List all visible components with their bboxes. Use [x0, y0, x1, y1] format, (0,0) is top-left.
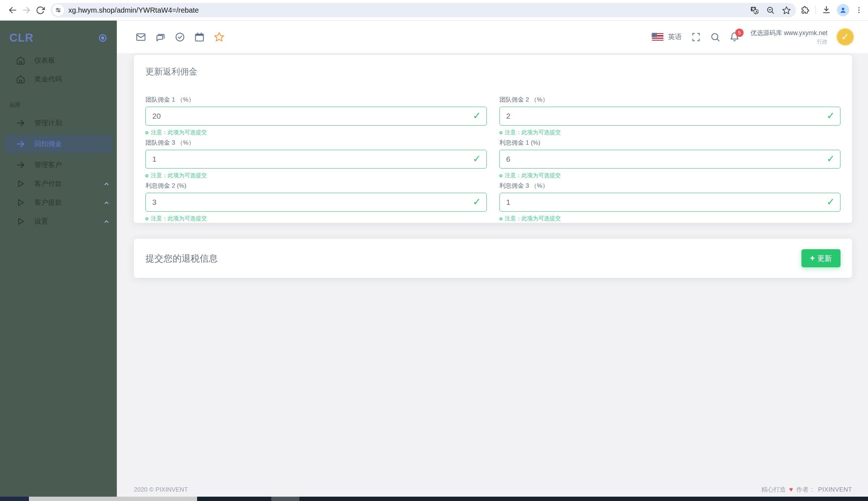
- field-label: 团队佣金 1 （%）: [145, 95, 487, 104]
- footer-copyright: 2020 © PIXINVENT: [134, 486, 188, 493]
- update-button[interactable]: + 更新: [801, 249, 841, 267]
- sidebar-item-label: 仪表板: [34, 56, 110, 65]
- valid-check-icon: ✓: [826, 196, 835, 208]
- address-bar[interactable]: xg.hwym.shop/admin/YWRtaW4=/rebate: [51, 3, 796, 17]
- browser-reload-button[interactable]: [33, 3, 47, 17]
- user-role: 行政: [750, 38, 827, 45]
- downloads-icon[interactable]: [822, 5, 831, 15]
- toolbar-divider: [816, 6, 816, 14]
- extensions-icon[interactable]: [800, 5, 810, 15]
- chat-icon[interactable]: [155, 32, 166, 42]
- note-bullet-icon: [145, 131, 148, 134]
- valid-check-icon: ✓: [826, 110, 835, 122]
- submit-card-title: 提交您的退税信息: [145, 252, 218, 264]
- language-label[interactable]: 英语: [668, 32, 682, 42]
- user-info[interactable]: 优选源码库 www.yxymk.net 行政: [750, 29, 827, 45]
- field-note: 注意：此项为可选提交: [145, 215, 487, 222]
- browser-back-button[interactable]: [6, 3, 20, 17]
- interest-commission-1-input[interactable]: [499, 150, 841, 169]
- app-logo: CLR: [9, 31, 34, 44]
- translate-icon[interactable]: [750, 6, 759, 14]
- sidebar: CLR 仪表板 奖金代码 应用 管理计划: [0, 21, 117, 501]
- valid-check-icon: ✓: [473, 196, 481, 208]
- sidebar-toggle-icon[interactable]: [98, 33, 107, 43]
- sidebar-item-customer-withdrawals[interactable]: 客户提款: [0, 193, 117, 212]
- home-icon: [16, 56, 26, 65]
- plus-icon: +: [810, 254, 815, 263]
- sidebar-item-manage-customers[interactable]: 管理客户: [0, 156, 117, 174]
- us-flag-icon[interactable]: [652, 33, 664, 41]
- arrow-right-icon: [16, 160, 26, 170]
- site-info-icon[interactable]: [52, 4, 64, 16]
- team-commission-2-input[interactable]: [499, 107, 841, 126]
- sidebar-item-label: 客户付款: [34, 179, 103, 188]
- footer-author-prefix: 作者：: [796, 485, 815, 494]
- note-bullet-icon: [145, 174, 148, 177]
- form-field: 利息佣金 2 (%) ✓ 注意：此项为可选提交: [145, 182, 487, 222]
- fullscreen-icon[interactable]: [691, 32, 701, 42]
- field-label: 利息佣金 3 （%）: [499, 182, 841, 190]
- field-label: 利息佣金 1 (%): [499, 139, 841, 147]
- note-bullet-icon: [499, 217, 502, 220]
- footer-made-with: 精心打造: [761, 485, 786, 494]
- sidebar-item-settings[interactable]: 设置: [0, 212, 117, 231]
- avatar[interactable]: ✓: [837, 29, 854, 45]
- card-title: 更新返利佣金: [145, 66, 841, 77]
- field-note: 注意：此项为可选提交: [499, 129, 841, 136]
- form-field: 利息佣金 3 （%） ✓ 注意：此项为可选提交: [499, 182, 841, 222]
- play-icon: [16, 217, 26, 226]
- scrollbar-thumb[interactable]: [29, 497, 197, 501]
- browser-forward-button[interactable]: [20, 3, 33, 17]
- interest-commission-2-input[interactable]: [145, 193, 487, 212]
- search-icon[interactable]: [710, 32, 720, 42]
- team-commission-3-input[interactable]: [145, 150, 487, 169]
- submit-tax-card: 提交您的退税信息 + 更新: [134, 239, 852, 278]
- sidebar-item-label: 奖金代码: [34, 75, 110, 84]
- team-commission-1-input[interactable]: [145, 107, 487, 126]
- form-field: 利息佣金 1 (%) ✓ 注意：此项为可选提交: [499, 139, 841, 179]
- sidebar-section-label: 应用: [0, 89, 117, 114]
- sidebar-item-dashboard[interactable]: 仪表板: [0, 51, 117, 70]
- form-field: 团队佣金 3 （%） ✓ 注意：此项为可选提交: [145, 139, 487, 179]
- main-area: 英语 5 优选源码库 www.yxymk.net 行政 ✓: [117, 21, 868, 501]
- browser-profile-icon[interactable]: [837, 4, 849, 16]
- play-icon: [16, 179, 26, 189]
- notifications-bell-icon[interactable]: 5: [729, 32, 740, 42]
- chevron-up-icon: [103, 181, 110, 187]
- browser-toolbar: xg.hwym.shop/admin/YWRtaW4=/rebate: [0, 0, 868, 21]
- mail-icon[interactable]: [136, 32, 146, 42]
- update-button-label: 更新: [817, 254, 832, 263]
- heart-icon: ♥: [789, 486, 793, 493]
- app-frame: CLR 仪表板 奖金代码 应用 管理计划: [0, 21, 868, 501]
- field-label: 利息佣金 2 (%): [145, 182, 487, 190]
- valid-check-icon: ✓: [826, 153, 835, 165]
- field-label: 团队佣金 3 （%）: [145, 139, 487, 147]
- rebate-form: 团队佣金 1 （%） ✓ 注意：此项为可选提交 团队佣金 2 （%） ✓: [145, 95, 841, 222]
- favorite-star-icon[interactable]: [214, 31, 225, 42]
- note-bullet-icon: [499, 131, 502, 134]
- browser-menu-icon[interactable]: [855, 6, 863, 14]
- horizontal-scrollbar[interactable]: [0, 497, 868, 501]
- sidebar-item-label: 管理客户: [34, 160, 110, 170]
- scrollbar-segment: [271, 497, 299, 501]
- chevron-up-icon: [103, 218, 110, 225]
- sidebar-item-label: 设置: [34, 217, 103, 226]
- home-icon: [16, 75, 26, 84]
- page-footer: 2020 © PIXINVENT 精心打造 ♥ 作者： PIXINVENT: [134, 485, 852, 494]
- field-note: 注意：此项为可选提交: [499, 172, 841, 179]
- check-circle-icon[interactable]: [175, 32, 185, 42]
- bookmark-star-icon[interactable]: [782, 6, 791, 15]
- sidebar-item-manage-plan[interactable]: 管理计划: [0, 114, 117, 132]
- notification-badge: 5: [735, 29, 744, 37]
- sidebar-item-bonus-code[interactable]: 奖金代码: [0, 70, 117, 89]
- form-field: 团队佣金 1 （%） ✓ 注意：此项为可选提交: [145, 95, 487, 136]
- user-name: 优选源码库 www.yxymk.net: [750, 29, 827, 37]
- field-label: 团队佣金 2 （%）: [499, 95, 841, 104]
- interest-commission-3-input[interactable]: [499, 193, 841, 212]
- page-content: 更新返利佣金 团队佣金 1 （%） ✓ 注意：此项为可选提交 团队佣金 2 （%…: [117, 55, 868, 278]
- calendar-icon[interactable]: [194, 32, 205, 42]
- url-text[interactable]: xg.hwym.shop/admin/YWRtaW4=/rebate: [68, 6, 750, 14]
- sidebar-item-rebate-commission[interactable]: 回扣佣金: [5, 135, 112, 153]
- sidebar-item-customer-payments[interactable]: 客户付款: [0, 174, 117, 193]
- zoom-out-icon[interactable]: [766, 6, 775, 14]
